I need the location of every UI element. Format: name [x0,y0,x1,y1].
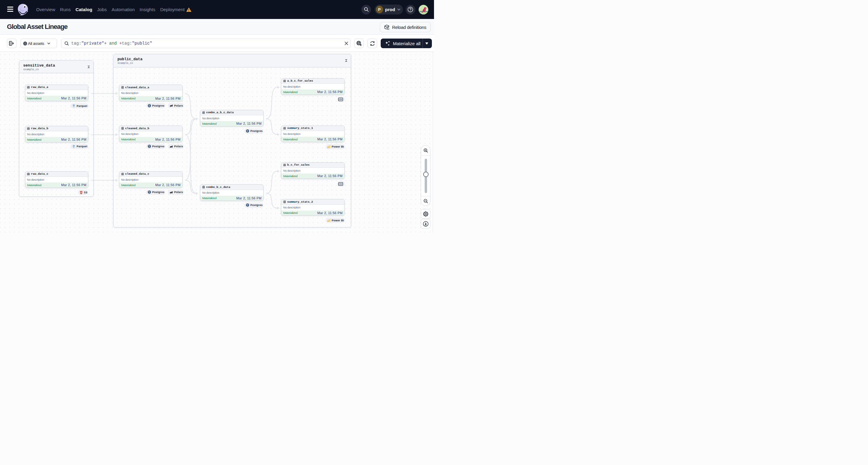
svg-text:CSV: CSV [339,183,342,185]
svg-text:CSV: CSV [339,98,342,100]
